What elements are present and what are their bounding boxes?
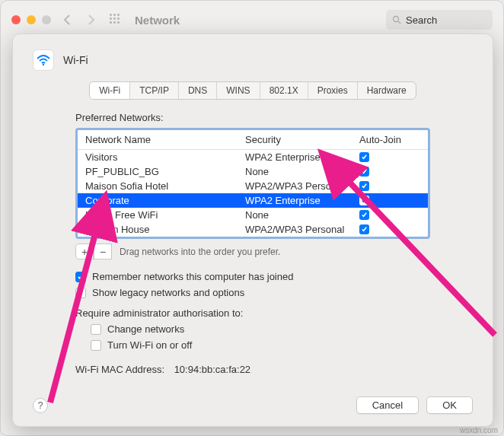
auto-join-checkbox[interactable] — [359, 181, 369, 191]
admin-wifi-toggle-checkbox[interactable] — [91, 340, 101, 351]
zoom-window-button[interactable] — [42, 15, 51, 24]
auto-join-cell[interactable] — [359, 209, 413, 221]
mac-address-value: 10:94:bb:ca:fa:22 — [174, 364, 250, 375]
tab-dns[interactable]: DNS — [179, 82, 217, 99]
minimize-window-button[interactable] — [27, 15, 36, 24]
network-security-cell: WPA2/WPA3 Personal — [245, 180, 359, 192]
auto-join-checkbox[interactable] — [359, 152, 369, 162]
preferred-networks-table[interactable]: Network Name Security Auto-Join Visitors… — [75, 128, 430, 239]
network-name-cell: Maison Sofia Hotel — [85, 180, 245, 192]
traffic-lights — [11, 15, 51, 24]
mac-address-label: Wi-Fi MAC Address: — [75, 364, 171, 375]
network-name-cell: Visitors — [85, 151, 245, 163]
tab-8021x[interactable]: 802.1X — [260, 82, 308, 99]
tab-proxies[interactable]: Proxies — [308, 82, 358, 99]
network-name-cell: Harpa Free WiFi — [85, 209, 245, 221]
drag-hint: Drag networks into the order you prefer. — [120, 247, 280, 257]
auto-join-cell[interactable] — [359, 195, 413, 206]
col-auto-join[interactable]: Auto-Join — [359, 134, 413, 145]
tab-wifi[interactable]: Wi-Fi — [90, 82, 130, 99]
auto-join-checkbox[interactable] — [359, 196, 369, 205]
table-row[interactable]: Garden HouseWPA2/WPA3 Personal — [78, 222, 428, 237]
admin-change-networks-row[interactable]: Change networks — [91, 321, 430, 337]
network-name-cell: Garden House — [85, 224, 245, 235]
remember-networks-checkbox[interactable] — [75, 272, 86, 282]
remember-networks-label: Remember networks this computer has join… — [92, 271, 293, 282]
search-icon — [392, 15, 401, 24]
watermark: wsxdn.com — [460, 426, 498, 434]
svg-point-0 — [394, 17, 399, 22]
admin-change-networks-label: Change networks — [107, 323, 184, 335]
legacy-networks-checkbox[interactable] — [75, 288, 86, 298]
svg-point-2 — [43, 64, 44, 65]
auto-join-cell[interactable] — [359, 151, 413, 163]
admin-wifi-toggle-row[interactable]: Turn Wi-Fi on or off — [91, 337, 430, 353]
search-placeholder: Search — [406, 14, 437, 26]
sheet-footer: ? Cancel OK — [33, 396, 473, 414]
col-security[interactable]: Security — [245, 134, 359, 145]
table-row[interactable]: CorporateWPA2 Enterprise — [78, 193, 428, 208]
network-security-cell: WPA2 Enterprise — [245, 151, 359, 163]
remove-network-button[interactable]: − — [94, 243, 112, 259]
add-network-button[interactable]: + — [75, 243, 94, 259]
preferred-networks-label: Preferred Networks: — [75, 112, 430, 123]
show-all-button[interactable] — [107, 11, 124, 28]
search-field[interactable]: Search — [386, 10, 493, 30]
tab-hardware[interactable]: Hardware — [358, 82, 416, 99]
auto-join-cell[interactable] — [359, 180, 413, 192]
remember-networks-row[interactable]: Remember networks this computer has join… — [75, 269, 430, 285]
auto-join-checkbox[interactable] — [359, 224, 369, 234]
cancel-button[interactable]: Cancel — [356, 396, 419, 414]
admin-wifi-toggle-label: Turn Wi-Fi on or off — [107, 339, 192, 351]
window-title: Network — [135, 14, 180, 27]
wifi-settings-sheet: Wi-Fi Wi-FiTCP/IPDNSWINS802.1XProxiesHar… — [12, 33, 493, 427]
network-security-cell: WPA2/WPA3 Personal — [245, 224, 359, 235]
auto-join-cell[interactable] — [359, 224, 413, 235]
tab-tcpip[interactable]: TCP/IP — [130, 82, 179, 99]
add-remove-controls: + − Drag networks into the order you pre… — [75, 243, 430, 259]
legacy-networks-label: Show legacy networks and options — [92, 287, 244, 298]
table-header: Network Name Security Auto-Join — [78, 130, 428, 150]
admin-change-networks-checkbox[interactable] — [91, 324, 101, 335]
network-security-cell: None — [245, 166, 359, 177]
network-security-cell: None — [245, 209, 359, 221]
auto-join-checkbox[interactable] — [359, 210, 369, 220]
close-window-button[interactable] — [11, 15, 21, 24]
table-row[interactable]: VisitorsWPA2 Enterprise — [78, 150, 428, 164]
network-security-cell: WPA2 Enterprise — [245, 195, 359, 206]
table-row[interactable]: Maison Sofia HotelWPA2/WPA3 Personal — [78, 179, 428, 193]
mac-address-row: Wi-Fi MAC Address: 10:94:bb:ca:fa:22 — [75, 364, 430, 375]
tab-wins[interactable]: WINS — [217, 82, 260, 99]
auto-join-checkbox[interactable] — [359, 167, 369, 177]
legacy-networks-row[interactable]: Show legacy networks and options — [75, 285, 430, 301]
back-button[interactable] — [59, 11, 75, 28]
admin-auth-label: Require administrator authorisation to: — [75, 307, 243, 319]
sheet-header: Wi-Fi — [33, 49, 473, 71]
sheet-title: Wi-Fi — [63, 54, 88, 66]
svg-line-1 — [398, 21, 400, 24]
forward-button[interactable] — [83, 11, 100, 28]
auto-join-cell[interactable] — [359, 166, 413, 177]
help-button[interactable]: ? — [33, 398, 48, 413]
table-row[interactable]: Harpa Free WiFiNone — [78, 208, 428, 222]
network-name-cell: PF_PUBLIC_BG — [85, 166, 245, 177]
ok-button[interactable]: OK — [426, 396, 473, 414]
col-network-name[interactable]: Network Name — [85, 134, 245, 145]
admin-auth-label-row: Require administrator authorisation to: — [75, 305, 430, 321]
tab-bar: Wi-FiTCP/IPDNSWINS802.1XProxiesHardware — [33, 81, 473, 100]
network-name-cell: Corporate — [85, 195, 245, 206]
wifi-icon — [33, 49, 54, 71]
table-row[interactable]: PF_PUBLIC_BGNone — [78, 164, 428, 179]
